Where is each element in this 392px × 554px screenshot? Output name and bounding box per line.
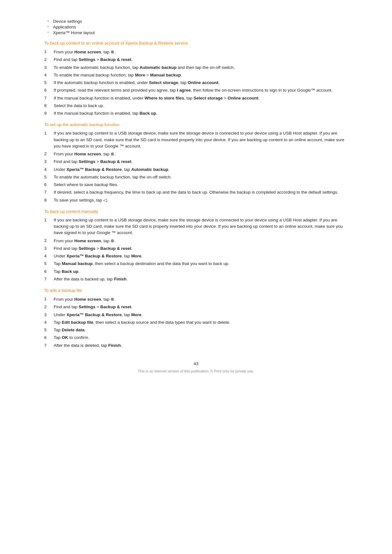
step: 1If you are backing up content to a USB … bbox=[44, 130, 348, 149]
step: 7If the manual backup function is enable… bbox=[44, 95, 348, 101]
section3-title: To back up content manually bbox=[44, 209, 348, 214]
step: 8To save your settings, tap ◁. bbox=[44, 197, 348, 203]
step: 2Find and tap Settings > Backup & reset. bbox=[44, 304, 348, 310]
section1-title: To back up content to an online account … bbox=[44, 41, 348, 45]
section1: To back up content to an online account … bbox=[44, 41, 348, 117]
section4-title: To edit a backup file bbox=[44, 288, 348, 293]
step: 4Under Xperia™ Backup & Restore, tap Mor… bbox=[44, 253, 348, 259]
section3-steps: 1If you are backing up content to a USB … bbox=[44, 217, 348, 282]
section2: To set up the automatic backup function … bbox=[44, 122, 348, 203]
step: 7If desired, select a backup frequency, … bbox=[44, 189, 348, 196]
step: 7After the data is deleted, tap Finish. bbox=[44, 342, 348, 349]
step: 3Find and tap Settings > Backup & reset. bbox=[44, 245, 348, 252]
section4-steps: 1From your Home screen, tap ⊕. 2Find and… bbox=[44, 296, 348, 349]
step: 3Find and tap Settings > Backup & reset. bbox=[44, 159, 348, 165]
step: 6Tap OK to confirm. bbox=[44, 334, 348, 341]
step: 5To enable the automatic backup function… bbox=[44, 174, 348, 180]
step: 4To enable the manual backup function, t… bbox=[44, 72, 348, 78]
step: 2Find and tap Settings > Backup & reset. bbox=[44, 57, 348, 63]
step: 6Tap Back up. bbox=[44, 268, 348, 275]
section4: To edit a backup file 1From your Home sc… bbox=[44, 288, 348, 349]
step: 4Tap Edit backup file, then select a bac… bbox=[44, 319, 348, 326]
section3: To back up content manually 1If you are … bbox=[44, 209, 348, 282]
step: 1If you are backing up content to a USB … bbox=[44, 217, 348, 236]
step: 5If the automatic backup function is ena… bbox=[44, 80, 348, 86]
step: 5Tap Delete data. bbox=[44, 327, 348, 333]
section2-steps: 1If you are backing up content to a USB … bbox=[44, 130, 348, 203]
step: 5Tap Manual backup, then select a backup… bbox=[44, 261, 348, 267]
step: 1From your Home screen, tap ⊕. bbox=[44, 296, 348, 303]
bullet-item-1: Device settings bbox=[47, 19, 348, 24]
step: 8Select the data to back up. bbox=[44, 103, 348, 109]
section2-title: To set up the automatic backup function bbox=[44, 122, 348, 127]
bullet-item-2: Applications bbox=[47, 25, 348, 29]
step: 7After the data is backed up, tap Finish… bbox=[44, 276, 348, 282]
step: 6Select where to save backup files. bbox=[44, 182, 348, 188]
intro-bullet-list: Device settings Applications Xperia™ Hom… bbox=[44, 19, 348, 35]
step: 3To enable the automatic backup function… bbox=[44, 64, 348, 71]
step: 2From your Home screen, tap ⊕. bbox=[44, 238, 348, 244]
step: 6If prompted, read the relevant terms an… bbox=[44, 87, 348, 93]
step: 2From your Home screen, tap ⊕. bbox=[44, 151, 348, 157]
bullet-item-3: Xperia™ Home layout bbox=[47, 30, 348, 35]
section1-steps: 1From your Home screen, tap ⊕. 2Find and… bbox=[44, 49, 348, 117]
step: 3Under Xperia™ Backup & Restore, tap Mor… bbox=[44, 312, 348, 318]
step: 4Under Xperia™ Backup & Restore, tap Aut… bbox=[44, 166, 348, 173]
page: Device settings Applications Xperia™ Hom… bbox=[0, 0, 392, 554]
step: 1From your Home screen, tap ⊕. bbox=[44, 49, 348, 55]
step: 9If the manual backup function is enable… bbox=[44, 110, 348, 117]
footer-text: This is an internet version of this publ… bbox=[44, 369, 348, 373]
page-number: 43 bbox=[44, 361, 348, 366]
